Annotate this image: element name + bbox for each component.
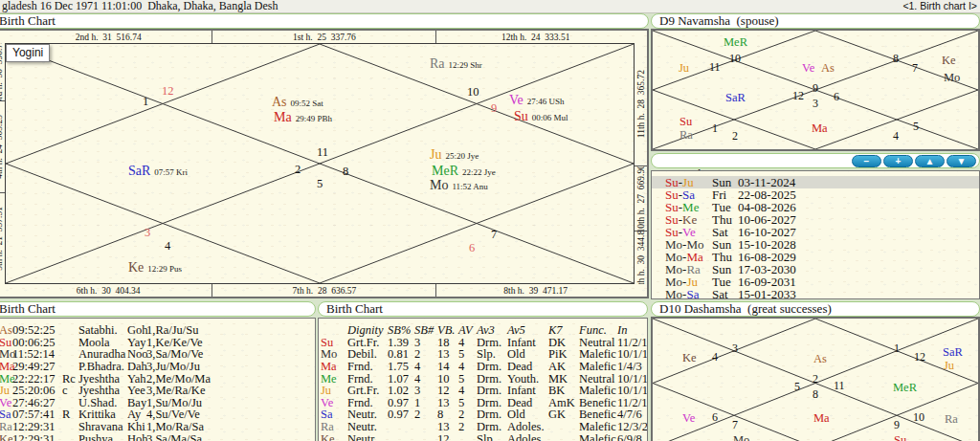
col-vb: VB. bbox=[437, 324, 455, 337]
av3-value: Slp. bbox=[477, 348, 496, 361]
dasha-period-row[interactable]: Mo-Ra Sun 17-03-2030 bbox=[652, 263, 979, 276]
nakshatra-name: P.Bhadra. bbox=[78, 361, 124, 373]
vb-value: 8 bbox=[437, 408, 443, 421]
planet-abbr: Ma bbox=[274, 110, 292, 124]
dignity-value: Frnd. bbox=[347, 397, 373, 409]
planet-abbr: As bbox=[0, 324, 12, 337]
dasha-start-weekday: Tue bbox=[712, 276, 731, 288]
dasha-start-weekday: Tue bbox=[712, 201, 731, 213]
func-value: Neutral bbox=[579, 337, 614, 349]
av3-value: Slp. bbox=[477, 433, 496, 441]
vb-value: 14 bbox=[437, 361, 450, 373]
dasha-period-row[interactable]: Mo-Ju Tue 16-09-2031 bbox=[652, 276, 979, 288]
planet-abbr: Su bbox=[894, 433, 906, 441]
vb-value: 12 bbox=[437, 385, 450, 397]
dasha-start-date: 15-10-2028 bbox=[738, 238, 796, 251]
planet-longitude: 09:52:25 bbox=[12, 324, 55, 337]
planet-strengths-table: Dignity SB% SB# VB. AV Av3 Av5 K7 Func. … bbox=[318, 318, 648, 441]
name-syllable: Yay bbox=[127, 337, 146, 349]
planet-label: SaR 07:57 Kri bbox=[128, 164, 188, 179]
sb-num-value: 2 bbox=[414, 348, 420, 361]
house-number: 2 bbox=[732, 130, 738, 142]
k7-value: GK bbox=[548, 408, 566, 421]
dasha-start-date: 16-08-2029 bbox=[738, 251, 796, 263]
name-syllable: Yah bbox=[127, 373, 146, 386]
house-cusp-strip-bottom: 6th h. 30 404.34 7th h. 28 636.57 8th h.… bbox=[5, 284, 635, 297]
nakshatra-name: Shravana bbox=[78, 421, 123, 433]
cusp-label: 11th h. 28 365.72 bbox=[636, 70, 646, 138]
dasha-period-row[interactable]: Su-Ke Thu 10-06-2027 bbox=[652, 213, 979, 226]
col-sb-percent: SB% bbox=[388, 324, 411, 337]
nakshatra-name: Moola bbox=[78, 337, 110, 349]
planet-longitude: 29:49:27 bbox=[12, 361, 55, 373]
dasha-start-weekday: Sun bbox=[712, 263, 731, 276]
av5-value: Adoles. bbox=[507, 433, 545, 441]
planet-abbr: Ve bbox=[509, 93, 523, 107]
av-value: 5 bbox=[458, 348, 464, 361]
dasha-period-row[interactable]: Su-Sa Fri 22-08-2025 bbox=[652, 188, 979, 201]
planet-abbr: Sa bbox=[321, 408, 333, 421]
planet-label: As bbox=[821, 60, 835, 75]
planet-label: Ra 12:29 Shr bbox=[430, 56, 482, 72]
planet-abbr: Ve bbox=[0, 397, 11, 409]
planet-abbr: Ju bbox=[944, 359, 954, 372]
planet-longitude: 00:06:25 bbox=[12, 337, 55, 349]
planet-abbr: Mo bbox=[430, 178, 448, 192]
func-value: Neutral bbox=[579, 373, 614, 386]
house-number: 8 bbox=[813, 388, 818, 400]
table-row: Ke Neutr. 12 Slp. Adoles. Malefic 6/9/8 bbox=[319, 433, 647, 441]
planet-abbr: MeR bbox=[432, 164, 458, 178]
planet-label: Ke 12:29 Pus bbox=[128, 260, 182, 276]
d9-chart: 101187912361245 MeR Ju Ve As Ke Mo SaR S… bbox=[651, 29, 980, 151]
av5-value: Infant bbox=[507, 337, 536, 349]
func-value: Malefic bbox=[579, 385, 616, 397]
dasha-period-row[interactable]: Su-Ju Sun 03-11-2024 bbox=[652, 176, 979, 188]
planet-label: MeR bbox=[724, 34, 747, 49]
av3-value: Drm. bbox=[477, 361, 501, 373]
dasha-down-button[interactable]: ▼ bbox=[947, 155, 976, 167]
planet-longitude: 12:29:31 bbox=[12, 433, 55, 441]
d10-chart: 341122511867109 Ke As SaR Ju MeR Ve Ma R… bbox=[651, 317, 980, 441]
house-number: 9 bbox=[894, 419, 900, 430]
dignity-value: Frnd. bbox=[347, 373, 373, 386]
dasha-collapse-button[interactable]: − bbox=[852, 155, 881, 167]
col-k7: K7 bbox=[548, 324, 563, 337]
dasha-lord: Mo bbox=[665, 287, 682, 301]
cusp-label: 7th h. 28 636.57 bbox=[293, 286, 357, 296]
vb-value: 12 bbox=[437, 433, 450, 441]
birth-chart-panel: Birth Chart 2nd h. 31 516.74 1st h. 25 3… bbox=[0, 13, 649, 298]
k7-value: AmK bbox=[548, 397, 575, 409]
name-syllable: Khi bbox=[127, 421, 145, 433]
dasha-expand-button[interactable]: + bbox=[883, 155, 913, 167]
k7-value: MK bbox=[548, 373, 568, 386]
sb-percent-value: 0.81 bbox=[388, 348, 409, 361]
birth-data-summary: gladesh 16 Dec 1971 11:01:00 Dhaka, Dhak… bbox=[2, 0, 278, 13]
dasha-period-row[interactable]: Su-Me Tue 04-08-2026 bbox=[652, 201, 979, 213]
planet-abbr: Ra bbox=[430, 56, 445, 71]
house-number: 3 bbox=[145, 227, 150, 238]
planet-abbr: Ve bbox=[802, 61, 814, 75]
dasha-period-row[interactable]: Mo-Sa Sat 15-01-2033 bbox=[652, 288, 979, 300]
dasha-period-row[interactable]: Mo-Ma Thu 16-08-2029 bbox=[652, 251, 979, 263]
house-number: 10 bbox=[467, 86, 479, 98]
planet-abbr: MeR bbox=[893, 381, 917, 394]
vb-value: 10 bbox=[437, 373, 450, 386]
cusp-label: 12th h. 24 333.51 bbox=[501, 33, 570, 42]
house-number: 1 bbox=[143, 96, 148, 107]
av-value: 4 bbox=[458, 385, 464, 397]
k7-value: PiK bbox=[548, 348, 567, 361]
planet-abbr: Ma bbox=[321, 361, 337, 373]
cusp-label: 4th h. 24 303.23 bbox=[0, 115, 4, 179]
planet-abbr: Ma bbox=[812, 121, 828, 135]
dasha-start-weekday: Sat bbox=[712, 226, 728, 238]
house-number: 5 bbox=[913, 121, 919, 132]
pada-lords: 1,Mo/Ra/Sa bbox=[146, 421, 204, 433]
dasha-start-weekday: Thu bbox=[712, 213, 732, 226]
planet-label: Ke bbox=[942, 53, 956, 67]
dasha-start-date: 03-11-2024 bbox=[738, 176, 795, 188]
dasha-up-button[interactable]: ▲ bbox=[915, 155, 945, 167]
planet-abbr: Ke bbox=[321, 433, 335, 441]
retro-combust-flag: c bbox=[62, 385, 68, 397]
house-number: 6 bbox=[469, 242, 475, 254]
planet-degree-nakshatra: 25:20 Jye bbox=[445, 151, 479, 161]
